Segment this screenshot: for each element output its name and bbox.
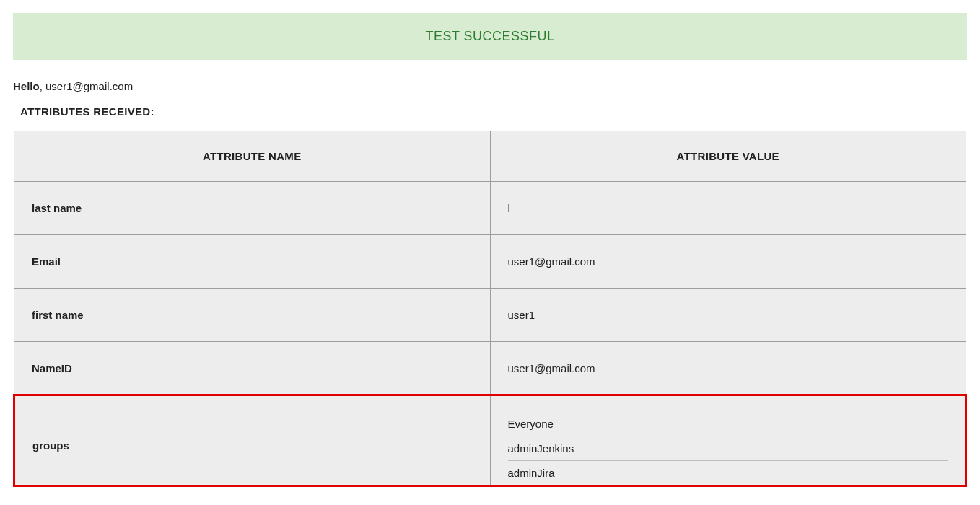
attribute-value-item: adminJira bbox=[508, 461, 948, 479]
attribute-value-cell: user1 bbox=[490, 289, 966, 342]
attribute-name-cell: first name bbox=[14, 289, 491, 342]
header-attribute-name: ATTRIBUTE NAME bbox=[14, 131, 491, 182]
table-header-row: ATTRIBUTE NAME ATTRIBUTE VALUE bbox=[14, 131, 966, 182]
attribute-value-cell: l bbox=[490, 182, 966, 235]
test-successful-banner: TEST SUCCESSFUL bbox=[13, 13, 967, 60]
greeting-user: user1@gmail.com bbox=[45, 80, 133, 92]
greeting-separator: , bbox=[40, 80, 45, 92]
table-row: last namel bbox=[14, 182, 966, 235]
header-attribute-value: ATTRIBUTE VALUE bbox=[490, 131, 966, 182]
attribute-value-cell: user1@gmail.com bbox=[490, 342, 966, 395]
table-row-highlighted: groupsEveryoneadminJenkinsadminJira bbox=[14, 395, 966, 486]
attribute-name-cell: groups bbox=[14, 395, 491, 486]
greeting-line: Hello, user1@gmail.com bbox=[13, 80, 967, 92]
attributes-table: ATTRIBUTE NAME ATTRIBUTE VALUE last name… bbox=[13, 131, 967, 487]
attribute-name-cell: last name bbox=[14, 182, 491, 235]
greeting-prefix: Hello bbox=[13, 80, 40, 92]
table-row: NameIDuser1@gmail.com bbox=[14, 342, 966, 395]
banner-text: TEST SUCCESSFUL bbox=[425, 29, 554, 43]
attribute-value-item: Everyone bbox=[508, 412, 948, 436]
attribute-name-cell: Email bbox=[14, 235, 491, 289]
attribute-value-item: adminJenkins bbox=[508, 436, 948, 461]
table-row: Emailuser1@gmail.com bbox=[14, 235, 966, 289]
attributes-received-heading: ATTRIBUTES RECEIVED: bbox=[20, 105, 967, 118]
attribute-value-cell: user1@gmail.com bbox=[490, 235, 966, 289]
attribute-value-cell: EveryoneadminJenkinsadminJira bbox=[490, 395, 966, 486]
table-row: first nameuser1 bbox=[14, 289, 966, 342]
attribute-name-cell: NameID bbox=[14, 342, 491, 395]
attribute-value-list: EveryoneadminJenkinsadminJira bbox=[508, 412, 948, 479]
